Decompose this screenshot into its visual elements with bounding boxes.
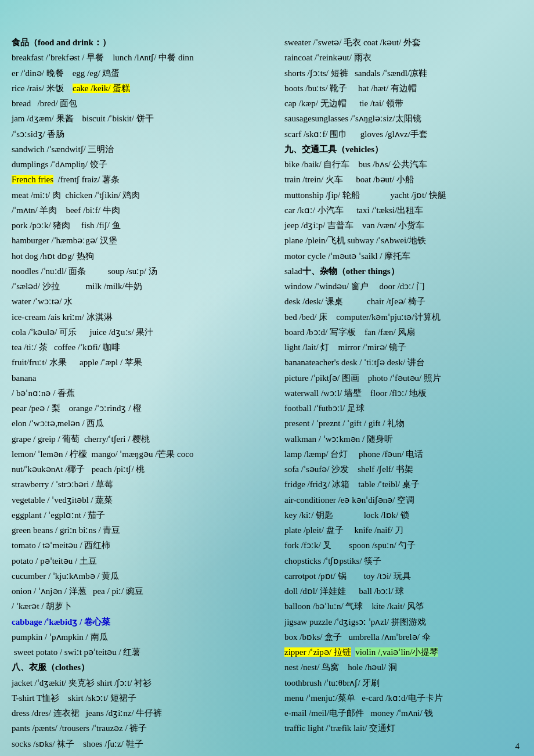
line-plane: plane /plein/飞机 subway /ˈsʌbwei/地铁 bbox=[284, 233, 522, 248]
line-raincoat: raincoat /ˈreinkəut/ 雨衣 bbox=[284, 50, 522, 65]
line-tea: tea /tiː/ 茶 coffee /ˈkɒfi/ 咖啡 bbox=[12, 340, 279, 355]
page-number: 4 bbox=[515, 739, 520, 754]
line-desk: desk /desk/ 课桌 chair /tʃeə/ 椅子 bbox=[284, 294, 522, 309]
line-present: present / ˈpreznt / ˈgift / gift / 礼物 bbox=[284, 416, 522, 431]
line-key: key /kiː/ 钥匙 lock /lɒk/ 锁 bbox=[284, 507, 522, 523]
line-menu: menu /ˈmenjuː/菜单 e-card /kɑːd/电子卡片 bbox=[284, 690, 522, 705]
line-cucumber: cucumber / ˈkjuːkʌmbə / 黄瓜 bbox=[12, 568, 279, 584]
line-train: train /trein/ 火车 boat /bəut/ 小船 bbox=[284, 172, 522, 187]
line-trafficlight: traffic light /ˈtræfik lait/ 交通灯 bbox=[284, 721, 522, 736]
line-water: water /ˈwɔːtə/ 水 bbox=[12, 294, 279, 309]
line-onion: onion / ˈʌnjən / 洋葱 pea / piː/ 豌豆 bbox=[12, 584, 279, 599]
line-email: e-mail /meil/电子邮件 money /ˈmʌni/ 钱 bbox=[284, 705, 522, 721]
line-nest: nest /nest/ 鸟窝 hole /həul/ 洞 bbox=[284, 660, 522, 675]
line-chopsticks: chopsticks /ˈtʃɒpstiks/ 筷子 bbox=[284, 553, 522, 568]
line-ship: muttonship /ʃip/ 轮船 yacht /jɒt/ 快艇 bbox=[284, 188, 522, 203]
line-sandwich: sandwich /ˈsændwitʃ/ 三明治 bbox=[12, 142, 279, 157]
page-content: 食品（food and drink：） breakfast /ˈbrekfəst… bbox=[0, 0, 534, 756]
line-picture: picture /ˈpiktʃə/ 图画 photo /ˈfəutəu/ 照片 bbox=[284, 370, 522, 386]
line-bed: bed /bed/ 床 computer/kəmˈpjuːtə/计算机 bbox=[284, 309, 522, 325]
line-pear: pear /peə / 梨 orange /ˈɔːrindʒ / 橙 bbox=[12, 401, 279, 416]
line-sweetpotato: sweet potato / swiːt pəˈteitəu / 红薯 bbox=[12, 645, 279, 660]
line-rice: rice /rais/ 米饭 cake /keik/ 蛋糕 bbox=[12, 81, 279, 96]
line-tshirt: T-shirt T恤衫 skirt /skɔːt/ 短裙子 bbox=[12, 690, 279, 705]
line-box: box /bɒks/ 盒子 umbrella /ʌmˈbrelə/ 伞 bbox=[284, 629, 522, 645]
line-cola: cola /ˈkəulə/ 可乐 juice /dʒuːs/ 果汁 bbox=[12, 325, 279, 340]
line-fridge: fridge /fridʒ/ 冰箱 table /ˈteibl/ 桌子 bbox=[284, 477, 522, 492]
line-sofa: sofa /ˈsəufə/ 沙发 shelf /ʃelf/ 书架 bbox=[284, 462, 522, 477]
line-melon: elon /ˈwɔːtəˌmelən / 西瓜 bbox=[12, 416, 279, 431]
line-tomato: tomato / təˈmeitəu / 西红柿 bbox=[12, 538, 279, 553]
line-pot: carrotpot /pɒt/ 锅 toy /tɔi/ 玩具 bbox=[284, 568, 522, 584]
line-nut: nut/ˈkəukənʌt /椰子 peach /piːtʃ/ 桃 bbox=[12, 462, 279, 477]
line-cabbage: cabbage /ˈkæbidʒ / 卷心菜 bbox=[12, 614, 279, 629]
line-meat: meat /miːt/ 肉 chicken /ˈtʃikin/ 鸡肉 bbox=[12, 188, 279, 203]
line-pumpkin: pumpkin / ˈpʌmpkin / 南瓜 bbox=[12, 629, 279, 645]
line-hotdog: hot dog /hɒt dɒg/ 热狗 bbox=[12, 249, 279, 264]
line-dress: dress /dres/ 连衣裙 jeans /dʒiːnz/ 牛仔裤 bbox=[12, 705, 279, 721]
line-window: window /ˈwindəu/ 窗户 door /dɔː/ 门 bbox=[284, 279, 522, 294]
line-board: board /bɔːd/ 写字板 fan /fæn/ 风扇 bbox=[284, 325, 522, 340]
line-greenbeans: green beans / griːn biːns / 青豆 bbox=[12, 523, 279, 538]
main-columns: 食品（food and drink：） breakfast /ˈbrekfəst… bbox=[12, 35, 522, 751]
line-salad: /ˈsæləd/ 沙拉 milk /milk/牛奶 bbox=[12, 279, 279, 294]
line-jigsaw: jigsaw puzzle /ˈdʒigsɔː ˈpʌzl/ 拼图游戏 bbox=[284, 614, 522, 629]
line-lemon: lemon/ ˈlemən / 柠檬 mango/ ˈmæŋgəu /芒果 co… bbox=[12, 447, 279, 462]
line-sausage: /ˈsɔːsidʒ/ 香肠 bbox=[12, 127, 279, 142]
food-heading: 食品（food and drink：） bbox=[12, 35, 279, 50]
line-fork: fork /fɔːk/ 叉 spoon /spuːn/ 勺子 bbox=[284, 538, 522, 553]
line-zipper: zipper /ˈzipə/ 拉链 violin /ˌvaiəˈlin/小提琴 bbox=[284, 645, 522, 660]
right-column: sweater /ˈswetə/ 毛衣 coat /kəut/ 外套 rainc… bbox=[284, 35, 522, 751]
line-cap: cap /kæp/ 无边帽 tie /tai/ 领带 bbox=[284, 96, 522, 111]
left-column: 食品（food and drink：） breakfast /ˈbrekfəst… bbox=[12, 35, 279, 751]
line-doll: doll /dɒl/ 洋娃娃 ball /bɔːl/ 球 bbox=[284, 584, 522, 599]
line-jacket: jacket /ˈdʒækit/ 夹克衫 shirt /ʃɔːt/ 衬衫 bbox=[12, 675, 279, 690]
line-fruit: fruit/fruːt/ 水果 apple /ˈæpl / 苹果 bbox=[12, 355, 279, 370]
line-wall: waterwall /wɔːl/ 墙壁 floor /flɔː/ 地板 bbox=[284, 386, 522, 401]
line-grape: grape / greip / 葡萄 cherry/ˈtʃeri / 樱桃 bbox=[12, 431, 279, 447]
line-er: er /ˈdinə/ 晚餐 egg /eg/ 鸡蛋 bbox=[12, 66, 279, 81]
line-walkman: walkman / ˈwɔːkmən / 随身听 bbox=[284, 431, 522, 447]
line-eggplant: eggplant / ˈegplɑːnt / 茄子 bbox=[12, 507, 279, 523]
vehicles-heading: 九、交通工具（vehicles） bbox=[284, 142, 522, 157]
line-car: car /kɑː/ 小汽车 taxi /ˈtæksi/出租车 bbox=[284, 203, 522, 218]
line-strawberry: strawberry / ˈstrɔːbəri / 草莓 bbox=[12, 477, 279, 492]
line-sweater: sweater /ˈswetə/ 毛衣 coat /kəut/ 外套 bbox=[284, 35, 522, 50]
line-shorts: shorts /ʃɔːts/ 短裤 sandals /ˈsændl/凉鞋 bbox=[284, 66, 522, 81]
line-potato: potato / pəˈteitəu / 土豆 bbox=[12, 553, 279, 568]
line-jam: jam /dʒæm/ 果酱 biscuit /ˈbiskit/ 饼干 bbox=[12, 111, 279, 126]
line-boots: boots /buːts/ 靴子 hat /hæt/ 有边帽 bbox=[284, 81, 522, 96]
line-light: light /lait/ 灯 mirror /ˈmirə/ 镜子 bbox=[284, 340, 522, 355]
line-bike: bike /baik/ 自行车 bus /bʌs/ 公共汽车 bbox=[284, 157, 522, 172]
line-sunglasses: sausagesunglasses /ˈsʌŋgləːsiz/太阳镜 bbox=[284, 111, 522, 126]
line-motorcycle: motor cycle /ˈməutə ˈsaikl / 摩托车 bbox=[284, 249, 522, 264]
line-carrot: / ˈkærət / 胡萝卜 bbox=[12, 599, 279, 614]
line-dumplings: dumplings /ˈdʌmpliŋ/ 饺子 bbox=[12, 157, 279, 172]
things-heading: salad十、杂物（other things） bbox=[284, 264, 522, 279]
line-pants: pants /pænts/ /trousers /ˈtrauzəz / 裤子 bbox=[12, 721, 279, 736]
line-airconditioner: air-conditioner /eə kənˈdiʃənə/ 空调 bbox=[284, 492, 522, 507]
line-banana1: banana bbox=[12, 370, 279, 386]
line-vegetable: vegetable / ˈvedʒitəbl / 蔬菜 bbox=[12, 492, 279, 507]
line-icecream: ice-cream /ais kriːm/ 冰淇淋 bbox=[12, 309, 279, 325]
line-balloon: balloon /bəˈluːn/ 气球 kite /kait/ 风筝 bbox=[284, 599, 522, 614]
line-banana2: / bəˈnɑːnə / 香蕉 bbox=[12, 386, 279, 401]
line-breakfast: breakfast /ˈbrekfəst / 早餐 lunch /lʌntʃ/ … bbox=[12, 50, 279, 65]
line-pork: pork /pɔːk/ 猪肉 fish /fiʃ/ 鱼 bbox=[12, 218, 279, 233]
line-bread: bread /bred/ 面包 bbox=[12, 96, 279, 111]
line-lamp: lamp /læmp/ 台灯 phone /fəun/ 电话 bbox=[284, 447, 522, 462]
line-toothbrush: toothbrush /ˈtuːθbrʌʃ/ 牙刷 bbox=[284, 675, 522, 690]
line-mutton: /ˈmʌtn/ 羊肉 beef /biːf/ 牛肉 bbox=[12, 203, 279, 218]
line-noodles: noodles /ˈnuːdl/ 面条 soup /suːp/ 汤 bbox=[12, 264, 279, 279]
line-socks: socks /sɒks/ 袜子 shoes /ʃuːz/ 鞋子 bbox=[12, 736, 279, 751]
clothes-heading: 八、衣服（clothes） bbox=[12, 660, 279, 675]
line-hamburger: hamburger /ˈhæmbəːgə/ 汉堡 bbox=[12, 233, 279, 248]
line-plate: plate /pleit/ 盘子 knife /naif/ 刀 bbox=[284, 523, 522, 538]
line-football: football /ˈfutbɔːl/ 足球 bbox=[284, 401, 522, 416]
line-jeep: jeep /dʒiːp/ 吉普车 van /væn/ 小货车 bbox=[284, 218, 522, 233]
line-teachersdesk: bananateacher's desk / ˈtiːtʃə desk/ 讲台 bbox=[284, 355, 522, 370]
line-scarf: scarf /skɑːf/ 围巾 gloves /glʌvz/手套 bbox=[284, 127, 522, 142]
line-french-fries: French fries /frentʃ fraiz/ 薯条 bbox=[12, 172, 279, 187]
